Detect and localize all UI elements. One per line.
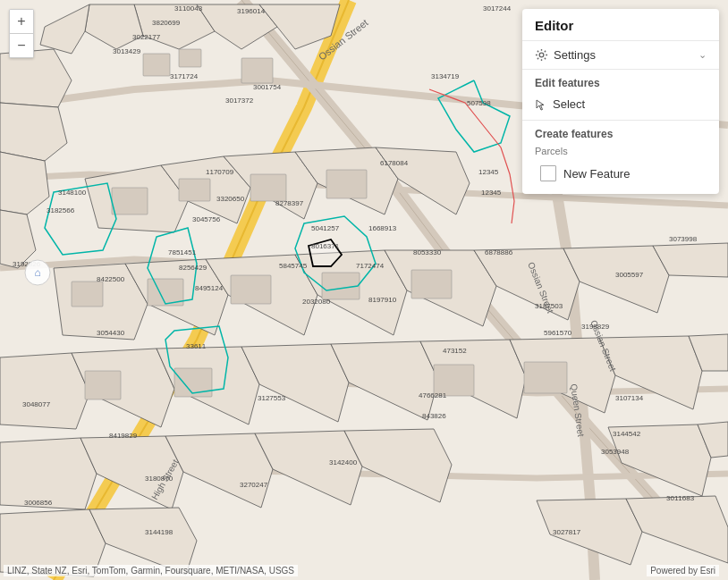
svg-rect-34 (411, 270, 452, 298)
svg-text:8016371: 8016371 (311, 242, 340, 250)
svg-text:3110043: 3110043 (174, 4, 203, 13)
svg-text:7172474: 7172474 (356, 262, 385, 270)
svg-rect-10 (143, 54, 170, 76)
svg-rect-44 (85, 371, 121, 399)
svg-text:3027817: 3027817 (553, 528, 581, 536)
powered-by-label: Powered by Esri (647, 565, 719, 576)
settings-left: Settings (535, 48, 596, 62)
svg-text:3048077: 3048077 (22, 400, 51, 408)
svg-text:3107134: 3107134 (615, 394, 644, 402)
svg-text:8256429: 8256429 (179, 264, 207, 272)
svg-text:3011683: 3011683 (666, 494, 695, 502)
svg-text:1668913: 1668913 (368, 224, 397, 232)
svg-text:3320650: 3320650 (216, 195, 245, 203)
svg-point-128 (539, 53, 544, 57)
svg-text:3182566: 3182566 (47, 206, 75, 214)
parcels-label: Parcels (535, 146, 707, 156)
svg-text:3270247: 3270247 (240, 481, 268, 489)
svg-rect-47 (524, 362, 567, 393)
svg-rect-18 (112, 188, 148, 214)
svg-text:3053948: 3053948 (601, 448, 630, 456)
svg-text:33611: 33611 (186, 342, 207, 350)
svg-text:3006856: 3006856 (24, 499, 53, 507)
svg-text:6178084: 6178084 (380, 159, 409, 167)
zoom-in-button[interactable]: + (10, 10, 33, 33)
svg-text:8422500: 8422500 (97, 275, 125, 283)
svg-text:1170709: 1170709 (206, 168, 234, 176)
svg-rect-32 (231, 275, 271, 304)
svg-text:3171724: 3171724 (170, 72, 199, 80)
svg-rect-11 (179, 49, 201, 67)
settings-row[interactable]: Settings ⌄ (522, 41, 719, 70)
svg-text:5845745: 5845745 (279, 262, 308, 270)
svg-text:8197910: 8197910 (368, 296, 397, 304)
svg-text:8278397: 8278397 (275, 199, 304, 207)
svg-text:3022177: 3022177 (132, 33, 161, 41)
create-features-section: Create features Parcels New Feature (522, 121, 719, 194)
svg-text:3127553: 3127553 (258, 394, 286, 402)
select-tool-row[interactable]: Select (535, 95, 707, 116)
svg-text:3180870: 3180870 (145, 475, 174, 483)
svg-text:5961570: 5961570 (544, 329, 572, 337)
gear-icon (535, 48, 548, 62)
new-feature-label: New Feature (563, 167, 630, 181)
svg-text:3820699: 3820699 (152, 19, 181, 27)
map-container[interactable]: Ossian Street Ossian Street Ossian Stree… (0, 0, 728, 580)
svg-text:3017244: 3017244 (483, 4, 512, 13)
select-label: Select (553, 97, 585, 111)
svg-text:3144198: 3144198 (145, 528, 174, 536)
zoom-controls: + − (9, 9, 34, 58)
svg-text:3073998: 3073998 (669, 235, 698, 243)
svg-text:8495124: 8495124 (195, 284, 224, 292)
svg-rect-12 (241, 58, 273, 83)
svg-text:3198829: 3198829 (581, 323, 610, 331)
svg-rect-21 (326, 170, 367, 198)
chevron-down-icon: ⌄ (698, 49, 707, 61)
svg-text:3005597: 3005597 (615, 271, 644, 279)
new-feature-row[interactable]: New Feature (535, 162, 707, 185)
svg-text:507598: 507598 (467, 99, 491, 107)
svg-text:3045756: 3045756 (192, 215, 221, 223)
settings-label: Settings (554, 48, 596, 62)
svg-text:3187503: 3187503 (535, 302, 563, 310)
svg-text:473152: 473152 (443, 347, 467, 355)
svg-text:2032080: 2032080 (302, 298, 331, 306)
zoom-out-button[interactable]: − (10, 34, 33, 57)
editor-panel: Editor Settings ⌄ Edit features Select C… (522, 9, 719, 194)
svg-text:8419829: 8419829 (109, 432, 138, 440)
svg-text:5041257: 5041257 (311, 224, 340, 232)
svg-text:3017372: 3017372 (225, 97, 254, 105)
svg-text:6878886: 6878886 (485, 248, 513, 256)
svg-text:3196014: 3196014 (237, 7, 266, 15)
svg-text:3148100: 3148100 (58, 189, 87, 197)
editor-title: Editor (522, 9, 719, 41)
svg-rect-20 (250, 174, 286, 201)
svg-text:3013429: 3013429 (113, 47, 141, 55)
svg-marker-35 (0, 353, 89, 429)
svg-rect-30 (72, 282, 103, 307)
svg-text:12345: 12345 (481, 189, 502, 197)
svg-text:12345: 12345 (478, 168, 499, 176)
cursor-icon (535, 98, 547, 111)
svg-text:4766281: 4766281 (419, 391, 447, 399)
create-features-title: Create features (535, 128, 707, 140)
svg-text:7851451: 7851451 (168, 248, 197, 256)
svg-text:8053330: 8053330 (413, 248, 442, 256)
edit-features-section: Edit features Select (522, 70, 719, 121)
svg-rect-19 (179, 179, 210, 201)
svg-text:3054430: 3054430 (97, 329, 125, 337)
svg-text:3142400: 3142400 (329, 458, 358, 467)
svg-text:3144542: 3144542 (613, 430, 641, 438)
svg-text:3001754: 3001754 (253, 83, 282, 91)
svg-text:3134719: 3134719 (431, 72, 460, 80)
map-attribution: LINZ, State NZ, Esri, TomTom, Garmin, Fo… (4, 565, 298, 576)
svg-text:843826: 843826 (422, 412, 446, 420)
edit-features-title: Edit features (535, 77, 707, 89)
svg-text:⌂: ⌂ (34, 266, 40, 279)
feature-icon-box (540, 165, 556, 181)
